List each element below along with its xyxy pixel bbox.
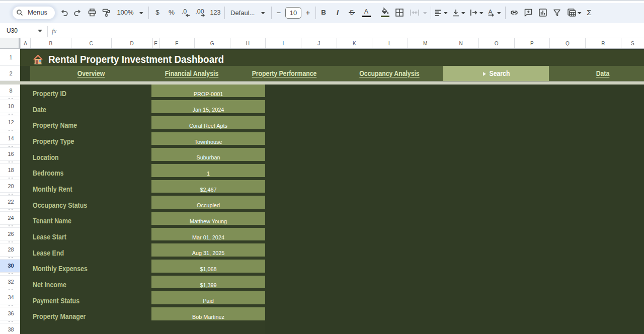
svg-text:A: A <box>488 9 492 15</box>
